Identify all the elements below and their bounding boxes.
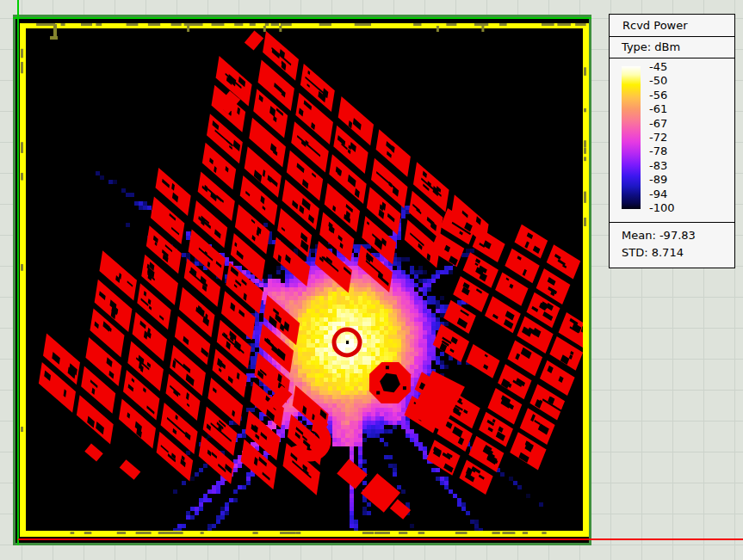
legend-tick: -50 bbox=[649, 74, 675, 88]
axis-line-vertical bbox=[17, 0, 19, 545]
legend-color-scale: -45-50-56-61-67-72-78-83-89-94-100 bbox=[610, 58, 734, 223]
legend-stats: Mean: -97.83 STD: 8.714 bbox=[610, 223, 734, 268]
legend-tick: -72 bbox=[649, 131, 675, 145]
legend-tick-list: -45-50-56-61-67-72-78-83-89-94-100 bbox=[649, 60, 675, 215]
legend-tick: -83 bbox=[649, 159, 675, 173]
legend-tick: -45 bbox=[649, 60, 675, 74]
legend-tick: -61 bbox=[649, 102, 675, 116]
legend-tick: -67 bbox=[649, 117, 675, 131]
legend-tick: -94 bbox=[649, 188, 675, 201]
legend-tick: -56 bbox=[649, 89, 675, 102]
legend-type-label: Type: dBm bbox=[610, 37, 734, 58]
legend-tick: -78 bbox=[649, 145, 675, 158]
legend-tick: -89 bbox=[649, 173, 675, 187]
legend-panel: Rcvd Power Type: dBm -45-50-56-61-67-72-… bbox=[609, 14, 735, 268]
legend-std: STD: 8.714 bbox=[622, 244, 734, 262]
axis-line-horizontal bbox=[13, 17, 591, 19]
legend-tick: -100 bbox=[649, 201, 675, 215]
legend-title: Rcvd Power bbox=[610, 15, 734, 37]
workspace: Rcvd Power Type: dBm -45-50-56-61-67-72-… bbox=[0, 0, 743, 560]
coverage-map-canvas[interactable] bbox=[15, 17, 591, 545]
legend-mean: Mean: -97.83 bbox=[622, 227, 734, 244]
legend-colorbar bbox=[622, 66, 641, 209]
baseline-red-line bbox=[18, 538, 743, 540]
